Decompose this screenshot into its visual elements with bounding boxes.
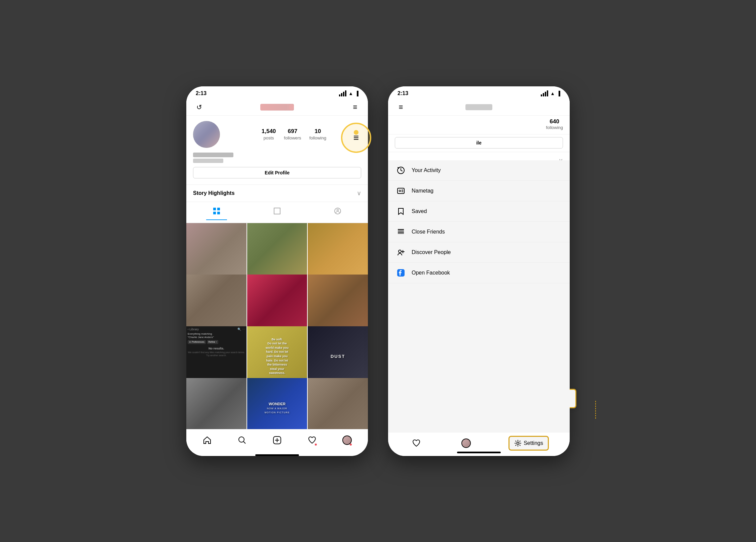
left-phone: 2:13 ▲ ▐ ↺ ≡: [186, 86, 368, 456]
bottom-nav-left: [186, 429, 368, 453]
grid-photo-4[interactable]: [186, 275, 247, 335]
battery-icon: ▐: [355, 91, 358, 96]
home-nav-button[interactable]: [200, 433, 215, 448]
hamburger-menu-icon-right[interactable]: ≡: [395, 101, 407, 113]
svg-point-6: [337, 209, 339, 211]
username-display-left: [260, 104, 294, 111]
signal-icon: [339, 90, 346, 96]
svg-point-24: [399, 250, 401, 253]
nav-bar-left: ↺ ≡: [186, 99, 368, 116]
settings-nav-button[interactable]: Settings: [508, 436, 549, 451]
svg-point-16: [399, 190, 401, 192]
status-time-left: 2:13: [196, 90, 206, 96]
profile-section-left: 1,540 posts 697 followers 10 following: [186, 116, 368, 184]
posts-stat: 1,540 posts: [262, 128, 276, 141]
bio-name-blurred: [193, 153, 233, 157]
grid-photo-1[interactable]: [186, 223, 247, 283]
heart-notification-dot: [315, 444, 317, 446]
grid-photo-3[interactable]: [308, 223, 368, 283]
following-stat[interactable]: 10 following: [309, 128, 327, 141]
status-icons-left: ▲ ▐: [339, 90, 358, 96]
avatar-left: [193, 121, 220, 148]
settings-gear-icon: [514, 440, 522, 447]
right-profile-partial: 640 following: [388, 116, 570, 134]
menu-item-nametag[interactable]: Nametag: [388, 181, 570, 201]
profile-bio: [193, 153, 361, 163]
menu-item-your-activity[interactable]: Your Activity: [388, 160, 570, 181]
hamburger-menu-icon-left[interactable]: ≡: [349, 101, 361, 113]
your-activity-label: Your Activity: [412, 167, 441, 173]
menu-item-open-facebook[interactable]: Open Facebook: [388, 263, 570, 283]
discover-people-label: Discover People: [412, 249, 451, 255]
menu-item-discover-people[interactable]: Discover People: [388, 242, 570, 263]
grid-photo-5[interactable]: [247, 275, 307, 335]
nametag-label: Nametag: [412, 188, 433, 194]
right-stats-mini: 640 following: [546, 118, 563, 130]
grid-photo-10[interactable]: [186, 378, 247, 429]
profile-nav-right[interactable]: [459, 436, 474, 451]
menu-item-saved[interactable]: Saved: [388, 201, 570, 222]
svg-line-8: [243, 442, 245, 444]
svg-rect-3: [217, 212, 220, 214]
settings-nav-label: Settings: [524, 440, 543, 446]
single-tab[interactable]: [267, 205, 288, 220]
photo-grid-left: ‹ Library 🔍 ⋯ Everything matching"Charli…: [186, 223, 368, 429]
close-friends-label: Close Friends: [412, 229, 445, 235]
edit-profile-button[interactable]: Edit Profile: [193, 167, 361, 178]
stats-left: 1,540 posts 697 followers 10 following: [227, 128, 361, 141]
story-highlights-label: Story Highlights: [193, 190, 235, 196]
followers-stat[interactable]: 697 followers: [284, 128, 301, 141]
right-phone-panel: 2:13 ▲ ▐ ≡: [388, 86, 570, 456]
profile-notification-dot: [350, 444, 352, 446]
svg-rect-2: [213, 212, 216, 214]
wifi-icon: ▲: [348, 91, 353, 96]
grid-photo-12[interactable]: [308, 378, 368, 429]
open-facebook-label: Open Facebook: [412, 270, 450, 276]
profile-top: 1,540 posts 697 followers 10 following: [193, 121, 361, 148]
grid-photo-6[interactable]: [308, 275, 368, 335]
heart-nav-right[interactable]: [409, 436, 424, 451]
grid-photo-9-dust[interactable]: DUST: [308, 326, 368, 386]
home-indicator-left: [255, 454, 299, 456]
grid-photo-2[interactable]: [247, 223, 307, 283]
edit-profile-button-right[interactable]: ile: [395, 137, 563, 149]
signal-icon-right: [541, 90, 548, 96]
svg-rect-1: [217, 208, 220, 210]
grid-photo-7-library[interactable]: ‹ Library 🔍 ⋯ Everything matching"Charli…: [186, 326, 247, 386]
back-icon-left[interactable]: ↺: [193, 101, 205, 113]
edit-profile-partial: ile: [388, 134, 570, 152]
right-phone: 2:13 ▲ ▐ ≡: [388, 86, 570, 456]
home-indicator-right: [457, 452, 501, 453]
status-bar-left: 2:13 ▲ ▐: [186, 86, 368, 99]
heart-nav-button[interactable]: [305, 433, 319, 448]
post-tabs-left: [186, 202, 368, 223]
search-nav-button[interactable]: [235, 433, 250, 448]
grid-photo-8-besoft[interactable]: Be soft.Do not let theworld make youhard…: [247, 326, 307, 386]
nametag-icon: [396, 186, 406, 196]
grid-photo-11-wonder[interactable]: WONDERNOW A MAJORMOTION PICTURE: [247, 378, 307, 429]
wifi-icon-right: ▲: [550, 91, 555, 96]
screenshot-wrapper: 2:13 ▲ ▐ ↺ ≡: [8, 9, 748, 533]
menu-panel-right: Your Activity Nametag: [388, 160, 570, 436]
svg-rect-0: [213, 208, 216, 210]
username-display-right: [465, 104, 492, 110]
story-highlights-chevron[interactable]: ∨: [357, 190, 361, 197]
open-facebook-icon: [396, 268, 406, 278]
status-time-right: 2:13: [398, 90, 408, 96]
profile-nav-button[interactable]: [340, 433, 354, 448]
grid-tab[interactable]: [206, 205, 227, 220]
svg-point-7: [239, 437, 244, 442]
saved-label: Saved: [412, 208, 427, 214]
tag-tab[interactable]: [327, 205, 348, 220]
status-bar-right: 2:13 ▲ ▐: [388, 86, 570, 99]
menu-item-close-friends[interactable]: Close Friends: [388, 222, 570, 242]
bio-detail-blurred: [193, 159, 223, 163]
battery-icon-right: ▐: [557, 91, 560, 96]
settings-arrow-line: [575, 382, 576, 382]
nav-bar-right: ≡: [388, 99, 570, 116]
svg-point-28: [517, 442, 519, 444]
story-highlights-section[interactable]: Story Highlights ∨: [186, 184, 368, 202]
add-nav-button[interactable]: [270, 433, 285, 448]
following-stat-right: 640 following: [546, 118, 563, 130]
svg-rect-4: [274, 208, 280, 214]
